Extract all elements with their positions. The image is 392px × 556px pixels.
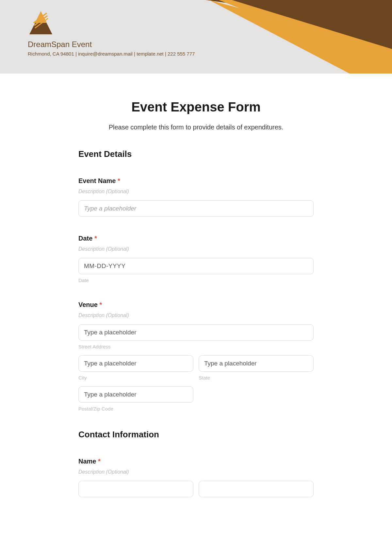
event-name-desc: Description (Optional)	[78, 189, 314, 194]
venue-state-sublabel: State	[199, 375, 314, 380]
venue-label: Venue *	[78, 301, 314, 309]
date-label: Date *	[78, 235, 314, 242]
name-desc: Description (Optional)	[78, 469, 314, 475]
date-sublabel: Date	[78, 278, 314, 283]
venue-zip-input[interactable]	[78, 386, 193, 403]
section-contact-info: Contact Information	[78, 430, 314, 440]
field-name: Name * Description (Optional)	[78, 458, 314, 497]
venue-state-input[interactable]	[199, 355, 314, 372]
form-content: Event Expense Form Please complete this …	[78, 74, 314, 517]
event-name-input[interactable]	[78, 200, 314, 217]
form-title: Event Expense Form	[78, 100, 314, 114]
date-label-text: Date	[78, 235, 92, 242]
name-first-input[interactable]	[78, 481, 193, 497]
venue-street-sublabel: Street Address	[78, 344, 314, 349]
branding-block: DreamSpan Event Richmond, CA 94801 | inq…	[28, 10, 195, 57]
name-label: Name *	[78, 458, 314, 465]
svg-marker-0	[206, 0, 392, 26]
header-decor	[180, 0, 392, 74]
company-logo-icon	[28, 10, 54, 36]
svg-marker-1	[219, 0, 392, 69]
venue-street-input[interactable]	[78, 324, 314, 341]
venue-city-sublabel: City	[78, 375, 193, 380]
event-name-label: Event Name *	[78, 177, 314, 185]
name-last-input[interactable]	[199, 481, 314, 497]
venue-city-input[interactable]	[78, 355, 193, 372]
required-marker: *	[118, 177, 120, 184]
date-input[interactable]	[78, 258, 314, 274]
venue-label-text: Venue	[78, 301, 98, 308]
required-marker: *	[94, 235, 97, 242]
field-venue: Venue * Description (Optional) Street Ad…	[78, 301, 314, 412]
field-event-name: Event Name * Description (Optional)	[78, 177, 314, 217]
field-date: Date * Description (Optional) Date	[78, 235, 314, 283]
page-header: DreamSpan Event Richmond, CA 94801 | inq…	[0, 0, 392, 74]
name-label-text: Name	[78, 458, 96, 465]
venue-zip-sublabel: Postal/Zip Code	[78, 406, 193, 412]
company-name: DreamSpan Event	[28, 40, 195, 49]
required-marker: *	[99, 301, 102, 308]
required-marker: *	[98, 458, 101, 465]
section-event-details: Event Details	[78, 149, 314, 159]
company-meta: Richmond, CA 94801 | inquire@dreamspan.m…	[28, 51, 195, 57]
svg-marker-2	[232, 0, 392, 49]
date-desc: Description (Optional)	[78, 246, 314, 252]
form-subtitle: Please complete this form to provide det…	[78, 124, 314, 131]
svg-marker-3	[209, 0, 392, 74]
venue-desc: Description (Optional)	[78, 312, 314, 318]
event-name-label-text: Event Name	[78, 177, 116, 184]
